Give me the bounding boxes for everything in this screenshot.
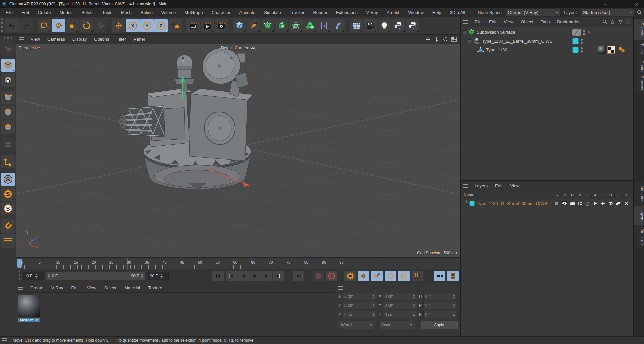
material-menu-item[interactable]: Texture [144, 284, 166, 291]
render-picture-viewer-button[interactable] [201, 19, 214, 32]
layers-menu-item[interactable]: Layers [471, 182, 491, 189]
menu-item[interactable]: Modes [55, 9, 77, 16]
object-manager-menu-item[interactable]: Tags [537, 18, 553, 25]
layer-row[interactable]: └ Type_1130_11_Barrel_30mm_CIWS [461, 199, 633, 208]
rotation-p-field[interactable]: 0 ° [423, 302, 458, 309]
cube-primitive-button[interactable] [233, 19, 246, 32]
magnet-button[interactable] [1, 219, 15, 233]
material-menu-item[interactable]: Edit [67, 284, 83, 291]
viewport-menu-item[interactable]: Filter [113, 36, 130, 43]
menu-item[interactable]: Tools [98, 9, 117, 16]
generators-icon[interactable] [599, 201, 607, 206]
deformers-icon[interactable] [607, 201, 614, 206]
close-button[interactable] [629, 0, 644, 8]
cloner-button[interactable] [289, 19, 303, 32]
timeline-ruler[interactable]: 051015202530354045505560657075808590 [16, 257, 460, 269]
filter-icon[interactable] [618, 19, 623, 24]
menu-item[interactable]: Arnold [382, 9, 404, 16]
layers-column-header[interactable]: E [614, 193, 622, 197]
spinner-arrows-icon[interactable] [372, 294, 375, 298]
material-thumbnail[interactable] [18, 295, 40, 317]
next-frame-button[interactable] [261, 271, 272, 281]
polygon-mode-button[interactable] [1, 120, 15, 134]
transform-mode-dropdown[interactable]: Scale [378, 321, 415, 329]
controls-drag-handle[interactable] [17, 271, 20, 281]
object-label[interactable]: Subdivision Surface [477, 30, 515, 35]
maximize-button[interactable] [613, 0, 629, 8]
viewport-menu-item[interactable]: Cameras [44, 36, 69, 43]
menu-item[interactable]: Extensions [332, 9, 362, 16]
light-button[interactable] [378, 19, 391, 32]
animation-icon[interactable] [591, 201, 599, 206]
tab-layers[interactable]: Layers [634, 206, 644, 225]
menu-item[interactable]: Volume [157, 9, 180, 16]
object-manager-menu-item[interactable]: View [500, 18, 517, 25]
size-z-field[interactable]: 0 cm [383, 311, 417, 318]
material-list[interactable]: Medium_M [16, 293, 335, 336]
toolbar-drag-handle[interactable] [1, 19, 4, 32]
autokey-button[interactable] [326, 271, 337, 281]
character-rig-button[interactable] [317, 19, 331, 32]
search-icon[interactable] [602, 19, 607, 24]
range-grip-right[interactable] [141, 274, 143, 278]
object-row-subdivision-surface[interactable]: Subdivision Surface ✕ [461, 28, 633, 37]
menu-item[interactable]: Render [309, 9, 332, 16]
menu-item[interactable]: Window [404, 9, 428, 16]
scale-tool-button[interactable] [66, 19, 79, 32]
position-x-field[interactable]: 0 cm [343, 293, 377, 300]
tab-attributes[interactable]: Attributes [634, 182, 644, 206]
material-menu-item[interactable]: V-Ray [47, 284, 67, 291]
render-icon[interactable] [568, 201, 576, 206]
coordinate-space-dropdown[interactable]: World [338, 321, 375, 329]
spinner-arrows-icon[interactable] [412, 294, 415, 298]
menu-item[interactable]: Mesh [117, 9, 136, 16]
material-menu-item[interactable]: Material [120, 284, 144, 291]
key-parameter-button[interactable]: P [398, 271, 410, 281]
goto-end-button[interactable] [293, 271, 304, 281]
spinner-arrows-icon[interactable] [412, 312, 415, 317]
prev-frame-button[interactable] [237, 271, 249, 281]
layout-dropdown[interactable]: Startup (User) [581, 9, 634, 16]
node-space-dropdown[interactable]: Current (V-Ray) [505, 9, 561, 16]
material-menu-item[interactable]: Select [100, 284, 120, 291]
key-pla-button[interactable] [412, 271, 423, 281]
tab-takes[interactable]: Takes [634, 40, 644, 57]
view-rotate-icon[interactable] [443, 37, 448, 42]
next-key-button[interactable] [273, 271, 284, 281]
spinner-arrows-icon[interactable] [372, 312, 375, 317]
sound-toggle-button[interactable] [434, 271, 445, 281]
bend-deformer-button[interactable] [331, 19, 345, 32]
disabled-x-icon[interactable]: ✕ [587, 30, 591, 35]
lock-icon[interactable] [584, 201, 591, 206]
layers-column-header[interactable]: X [622, 193, 630, 197]
object-row-type-1130-11-barrel[interactable]: Type_1130_11_Barrel_30mm_CIWS [461, 37, 633, 45]
object-manager-menu-item[interactable]: Object [517, 18, 537, 25]
move-axis-button[interactable] [112, 19, 125, 32]
key-rotation-button[interactable] [385, 271, 396, 281]
view-label[interactable]: Perspective [19, 46, 40, 50]
subdivision-surface-button[interactable] [261, 19, 274, 32]
menu-item[interactable]: Animate [235, 9, 260, 16]
menu-item[interactable]: Help [428, 9, 446, 16]
layer-name[interactable]: Type_1130_11_Barrel_30mm_CIWS [477, 201, 553, 206]
snap-settings-button[interactable]: S [1, 202, 15, 215]
camera-label[interactable]: Default Camera [221, 46, 255, 50]
layers-column-header[interactable]: S [553, 193, 560, 197]
object-label[interactable]: Type_1130_11_Barrel_30mm_CIWS [482, 39, 553, 44]
manager-icon[interactable] [576, 201, 584, 206]
menu-item[interactable]: MoGraph [180, 9, 207, 16]
workplane-button[interactable] [350, 19, 363, 32]
rotation-b-field[interactable]: 0 ° [423, 311, 458, 318]
enable-snap-button[interactable]: S [1, 173, 15, 186]
add-panel-icon[interactable] [626, 19, 631, 24]
palette-drag-handle[interactable] [4, 37, 12, 39]
position-z-field[interactable]: 0 cm [343, 311, 377, 318]
viewport-menu-item[interactable]: View [27, 36, 44, 43]
playback-render-button[interactable] [447, 271, 459, 281]
volume-button[interactable] [303, 19, 317, 32]
layers-column-header[interactable]: D [607, 193, 614, 197]
menu-item[interactable]: Tracker [285, 9, 309, 16]
material-menu-item[interactable]: View [83, 284, 100, 291]
selection-tool-button[interactable] [38, 19, 51, 32]
viewport-menu-item[interactable]: Panel [130, 36, 148, 43]
